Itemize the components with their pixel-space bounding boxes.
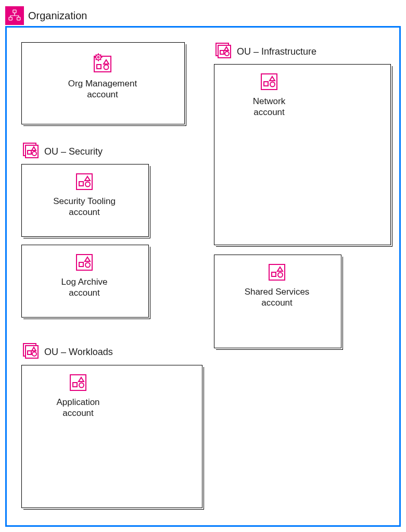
organization-frame: Org Management account OU – Security Sec… [5,26,401,527]
management-account-icon [91,52,114,75]
account-icon [67,372,89,394]
account-icon [258,71,280,93]
account-icon [73,251,95,273]
account-icon [73,171,95,193]
ou-infrastructure-box: Network account [214,64,391,245]
ou-infrastructure-header: OU – Infrastructure [214,42,316,61]
ou-icon [21,142,40,161]
org-management-account-label: Org Management account [58,78,147,100]
ou-icon [214,42,233,61]
shared-services-account-box: Shared Services account [214,255,341,348]
ou-workloads-box: Application account [21,365,202,508]
ou-workloads-label: OU – Workloads [44,347,113,358]
account-icon [266,261,288,283]
log-archive-account-label: Log Archive account [43,276,126,299]
log-archive-account-box: Log Archive account [21,245,149,318]
organization-header: Organization [5,6,87,25]
org-management-account-box: Org Management account [21,42,185,124]
shared-services-account-label: Shared Services account [235,286,319,309]
security-tooling-account-label: Security Tooling account [43,196,126,218]
organization-icon [5,6,24,25]
organization-title: Organization [28,10,87,22]
ou-security-label: OU – Security [44,146,103,157]
ou-workloads-header: OU – Workloads [21,343,113,361]
security-tooling-account-box: Security Tooling account [21,164,149,237]
network-account-label: Network account [235,96,303,118]
ou-infrastructure-label: OU – Infrastructure [237,46,316,57]
ou-security-header: OU – Security [21,142,103,161]
ou-icon [21,343,40,361]
application-account-label: Application account [42,397,115,419]
